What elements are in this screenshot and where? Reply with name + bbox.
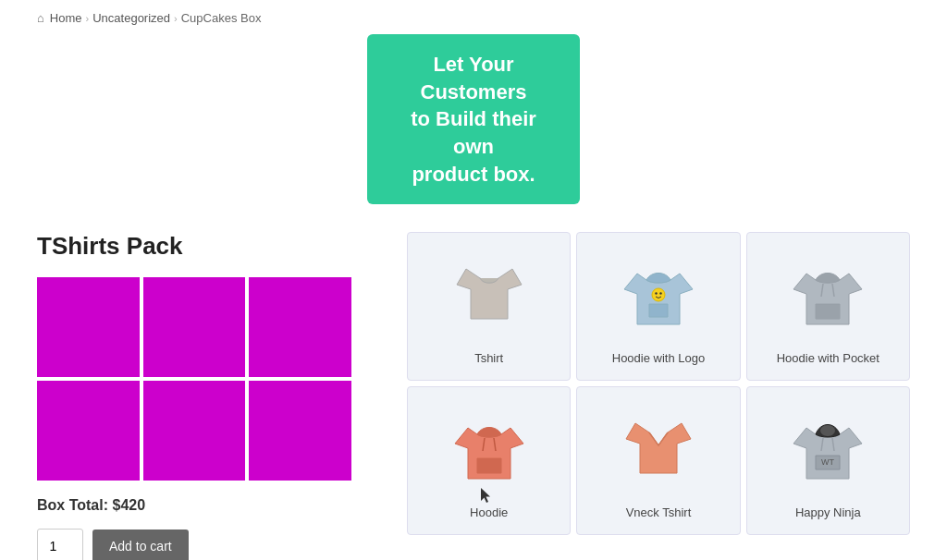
section-title: TShirts Pack [37,232,370,261]
product-card-hoodie[interactable]: Hoodie [407,386,571,535]
product-card-vneck[interactable]: Vneck Tshirt [576,386,740,535]
box-cell-1[interactable] [37,277,140,377]
product-image-vneck [612,402,705,494]
product-card-tshirt[interactable]: Tshirt [407,232,571,381]
box-cell-5[interactable] [143,381,246,481]
product-label-tshirt: Tshirt [474,351,503,367]
breadcrumb-home[interactable]: Home [50,11,82,25]
svg-point-7 [820,425,835,436]
box-cell-3[interactable] [249,277,351,377]
breadcrumb-sep-1: › [86,13,90,24]
product-card-happy-ninja[interactable]: WT Happy Ninja [746,386,910,535]
product-label-happy-ninja: Happy Ninja [795,505,861,521]
right-panel: Tshirt [407,232,910,535]
product-box-grid [37,277,351,481]
svg-point-0 [652,288,665,301]
hero-text-line1: Let Your Customers [421,53,527,103]
hero-banner: Let Your Customers to Build their own pr… [367,34,580,204]
cart-controls: Add to cart [37,529,370,560]
home-icon: ⌂ [37,11,44,25]
svg-point-2 [659,292,661,294]
add-to-cart-button[interactable]: Add to cart [92,530,189,560]
box-cell-6[interactable] [249,381,351,481]
product-label-hoodie: Hoodie [470,505,508,521]
products-grid: Tshirt [407,232,910,535]
box-cell-2[interactable] [143,277,246,377]
svg-text:WT: WT [821,457,834,467]
product-label-hoodie-pocket: Hoodie with Pocket [777,351,879,367]
left-panel: TShirts Pack Box Total: $420 Add to cart [37,232,370,560]
breadcrumb-sep-2: › [174,13,178,24]
product-image-happy-ninja: WT [781,402,874,494]
box-cell-4[interactable] [37,381,140,481]
product-label-hoodie-logo: Hoodie with Logo [612,351,705,367]
quantity-input[interactable] [37,529,83,560]
breadcrumb-current: CupCakes Box [181,11,262,25]
breadcrumb: ⌂ Home › Uncategorized › CupCakes Box [37,11,910,25]
hero-text-line2: to Build their own [411,107,536,158]
breadcrumb-uncategorized[interactable]: Uncategorized [92,11,170,25]
product-card-hoodie-pocket[interactable]: Hoodie with Pocket [746,232,910,381]
hero-text-line3: product box. [412,163,535,186]
box-total: Box Total: $420 [37,497,370,514]
product-card-hoodie-logo[interactable]: Hoodie with Logo [576,232,740,381]
product-label-vneck: Vneck Tshirt [626,505,692,521]
product-image-hoodie [443,402,535,494]
product-image-hoodie-logo [612,248,705,340]
page-wrapper: ⌂ Home › Uncategorized › CupCakes Box Le… [0,0,947,560]
main-layout: TShirts Pack Box Total: $420 Add to cart [37,232,910,560]
svg-point-1 [655,292,657,294]
product-image-hoodie-pocket [781,248,874,340]
product-image-tshirt [443,248,535,340]
